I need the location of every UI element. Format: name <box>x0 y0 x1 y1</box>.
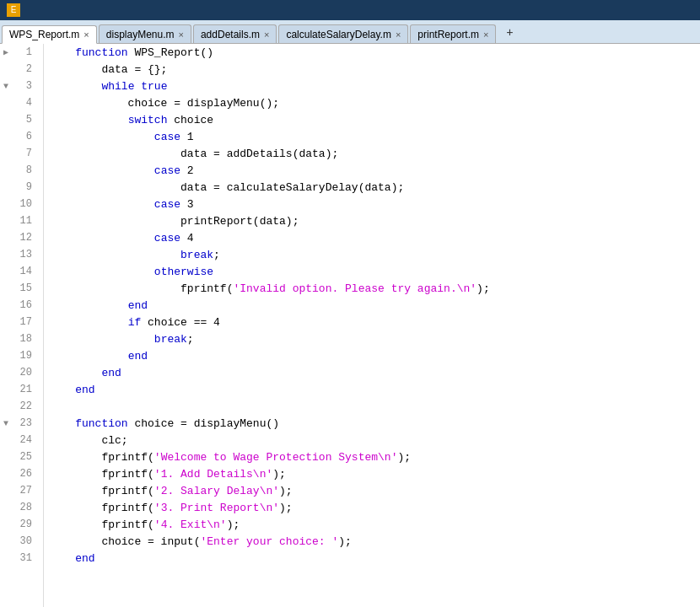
code-token: 'Welcome to Wage Protection System\n' <box>154 451 398 464</box>
fold-arrow-icon[interactable]: ▼ <box>0 82 12 91</box>
gutter-row: ▼3 <box>0 78 43 94</box>
fold-arrow-icon[interactable]: ▼ <box>0 419 12 428</box>
code-token: ); <box>279 485 293 497</box>
code-token: choice <box>167 114 213 126</box>
line-number: 23 <box>12 417 35 429</box>
tab-label: printReport.m <box>417 29 479 40</box>
gutter-row: 28 <box>0 499 43 516</box>
tab-addDetails-m[interactable]: addDetails.m× <box>193 24 277 43</box>
code-token: end <box>75 552 94 565</box>
line-number: 30 <box>12 535 35 547</box>
code-token: break <box>180 249 213 261</box>
line-number: 12 <box>12 232 35 244</box>
code-token: fprintf( <box>49 485 154 497</box>
code-token <box>49 249 180 261</box>
code-token <box>49 266 154 278</box>
line-number: 28 <box>12 502 35 513</box>
code-line: function choice = displayMenu() <box>49 415 700 432</box>
tab-close-icon[interactable]: × <box>179 30 184 40</box>
code-token <box>49 417 75 430</box>
tab-close-icon[interactable]: × <box>83 30 89 40</box>
tab-displayMenu-m[interactable]: displayMenu.m× <box>99 24 191 43</box>
code-line: end <box>49 550 700 567</box>
line-number: 4 <box>12 97 35 109</box>
code-token: printReport(data); <box>49 215 299 228</box>
line-number: 21 <box>12 384 35 395</box>
editor-area: ▶12▼345678910111213141516171819202122▼23… <box>0 44 700 607</box>
code-token: end <box>101 367 121 379</box>
code-token <box>49 232 154 244</box>
app-icon: E <box>7 3 20 17</box>
code-token: fprintf( <box>49 502 154 514</box>
code-token: end <box>128 350 148 363</box>
gutter-row: ▶1 <box>0 44 43 61</box>
code-token <box>49 552 75 565</box>
code-line: end <box>49 297 700 314</box>
tab-calculateSalaryDelay-m[interactable]: calculateSalaryDelay.m× <box>278 24 408 43</box>
gutter-row: 9 <box>0 179 43 196</box>
code-line: otherwise <box>49 263 700 280</box>
code-token: ); <box>227 518 240 531</box>
line-number: 27 <box>12 485 35 497</box>
gutter-row: 20 <box>0 364 43 381</box>
code-token: clc; <box>49 434 128 447</box>
line-number-gutter: ▶12▼345678910111213141516171819202122▼23… <box>0 44 44 607</box>
code-token: '2. Salary Delay\n' <box>154 485 279 497</box>
code-token: fprintf( <box>49 518 154 531</box>
line-number: 18 <box>12 333 35 345</box>
code-line: fprintf('Invalid option. Please try agai… <box>49 280 700 297</box>
code-line: choice = displayMenu(); <box>49 94 700 111</box>
code-token: choice = displayMenu(); <box>49 97 279 110</box>
code-token: fprintf( <box>49 451 154 464</box>
code-token: true <box>134 80 167 93</box>
code-token <box>49 350 128 363</box>
code-token: fprintf( <box>49 468 154 481</box>
code-line: fprintf('3. Print Report\n'); <box>49 499 700 516</box>
gutter-row: 13 <box>0 246 43 263</box>
code-line: end <box>49 364 700 381</box>
add-tab-button[interactable]: + <box>501 24 518 41</box>
gutter-row: 10 <box>0 196 43 212</box>
code-area[interactable]: function WPS_Report() data = {}; while t… <box>44 44 700 607</box>
code-token <box>49 164 154 177</box>
line-number: 13 <box>12 249 35 261</box>
gutter-row: 11 <box>0 212 43 229</box>
code-token <box>49 367 101 379</box>
code-line: case 2 <box>49 162 700 179</box>
gutter-row: 29 <box>0 516 43 533</box>
line-number: 29 <box>12 518 35 530</box>
code-token: case <box>154 164 180 177</box>
code-token: ); <box>272 468 286 481</box>
code-token: ); <box>279 502 293 514</box>
code-token <box>49 198 154 211</box>
code-token: 3 <box>180 198 194 211</box>
gutter-row: 24 <box>0 432 43 449</box>
tab-label: addDetails.m <box>201 29 260 40</box>
code-line: switch choice <box>49 111 700 128</box>
code-token: 'Invalid option. Please try again.\n' <box>233 282 477 295</box>
tab-bar: WPS_Report.m×displayMenu.m×addDetails.m×… <box>0 20 700 44</box>
line-number: 19 <box>12 350 35 362</box>
code-token: choice == 4 <box>141 316 220 329</box>
line-number: 7 <box>12 148 35 159</box>
code-token: ); <box>397 451 411 464</box>
tab-close-icon[interactable]: × <box>264 30 269 40</box>
fold-arrow-icon[interactable]: ▶ <box>0 47 12 57</box>
code-token: otherwise <box>154 266 213 278</box>
code-line: break; <box>49 330 700 347</box>
gutter-row: 6 <box>0 128 43 145</box>
code-token: '3. Print Report\n' <box>154 502 279 514</box>
gutter-row: 5 <box>0 111 43 128</box>
line-number: 25 <box>12 451 35 463</box>
code-token: 1 <box>180 131 194 143</box>
tab-WPS_Report-m[interactable]: WPS_Report.m× <box>2 25 97 44</box>
tab-close-icon[interactable]: × <box>483 30 488 40</box>
tab-printReport-m[interactable]: printReport.m× <box>410 24 496 43</box>
code-token <box>49 316 128 329</box>
code-line: while true <box>49 78 700 94</box>
gutter-row: 16 <box>0 297 43 314</box>
tab-close-icon[interactable]: × <box>396 30 401 40</box>
code-line: end <box>49 381 700 398</box>
code-token: ); <box>338 535 352 548</box>
line-number: 17 <box>12 316 35 328</box>
